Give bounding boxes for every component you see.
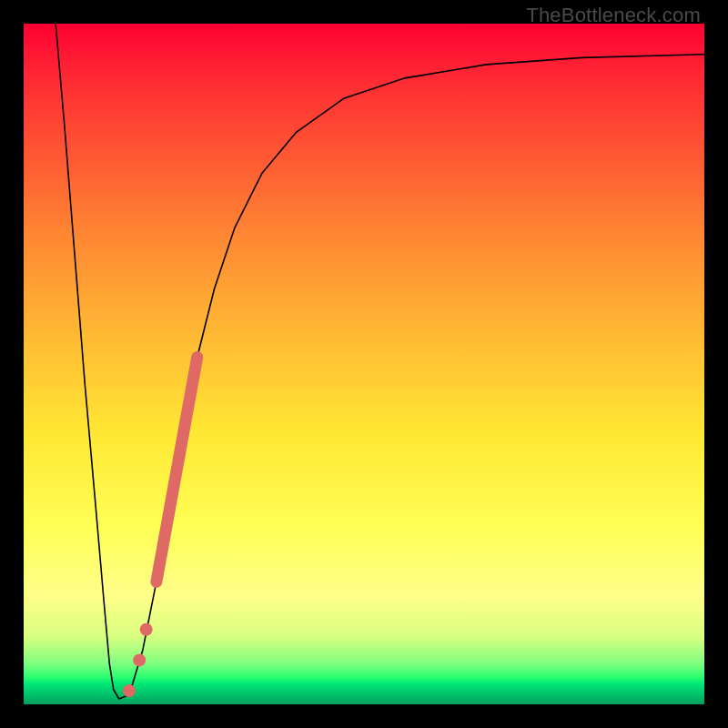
chart-overlay: [24, 24, 704, 704]
highlight-dot-0: [133, 653, 146, 666]
highlight-dot-2: [123, 684, 136, 697]
chart-frame: TheBottleneck.com: [0, 0, 728, 728]
highlight-dot-1: [140, 623, 153, 636]
highlight-segment: [157, 358, 197, 582]
highlight-markers: [123, 358, 197, 698]
bottleneck-curve: [56, 24, 704, 699]
